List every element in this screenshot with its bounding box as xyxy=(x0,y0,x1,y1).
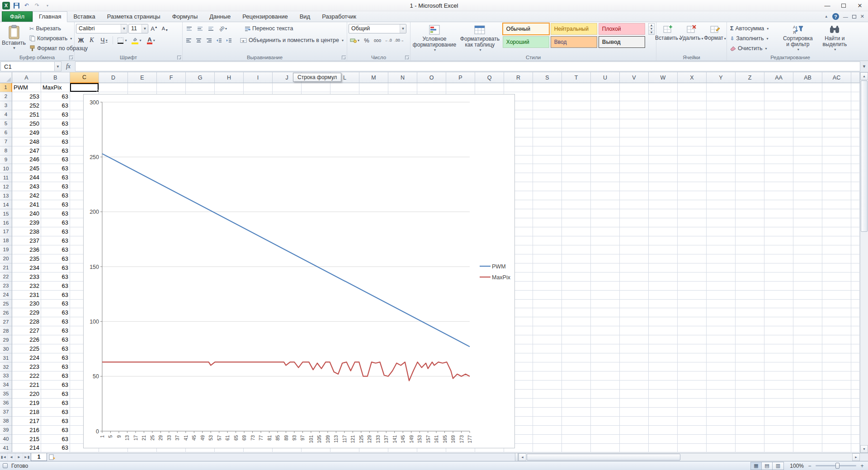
cell-Y15[interactable] xyxy=(707,209,736,218)
align-middle-icon[interactable] xyxy=(195,24,205,33)
cell-U10[interactable] xyxy=(591,164,620,173)
cell-U28[interactable] xyxy=(591,326,620,335)
column-header-AB[interactable]: AB xyxy=(793,72,822,83)
cell-T17[interactable] xyxy=(562,227,591,236)
cell-B15[interactable]: 63 xyxy=(41,209,70,218)
ribbon-tab-data[interactable]: Данные xyxy=(203,12,236,22)
cell-U37[interactable] xyxy=(591,408,620,417)
cell-T5[interactable] xyxy=(562,119,591,128)
cell-Y14[interactable] xyxy=(707,200,736,209)
column-header-Q[interactable]: Q xyxy=(475,72,504,83)
cell-V19[interactable] xyxy=(620,245,649,254)
cell-V22[interactable] xyxy=(620,273,649,282)
cell-A33[interactable]: 222 xyxy=(12,371,41,381)
cell-Y30[interactable] xyxy=(707,344,736,353)
horizontal-scrollbar[interactable]: ◄ ► xyxy=(518,453,860,461)
cell-F1[interactable] xyxy=(157,83,186,92)
cell-T16[interactable] xyxy=(562,218,591,227)
cell-AC32[interactable] xyxy=(822,362,851,371)
cell-X1[interactable] xyxy=(678,83,707,92)
row-header-34[interactable]: 34 xyxy=(0,381,12,390)
row-header-35[interactable]: 35 xyxy=(0,390,12,399)
cell-V2[interactable] xyxy=(620,92,649,101)
ribbon-tab-review[interactable]: Рецензирование xyxy=(236,12,293,22)
page-layout-view-button[interactable]: ▤ xyxy=(762,462,773,470)
cell-AA8[interactable] xyxy=(764,146,793,155)
normal-view-button[interactable]: ▦ xyxy=(751,462,762,470)
cell-U14[interactable] xyxy=(591,200,620,209)
cell-Y10[interactable] xyxy=(707,164,736,173)
cell-U35[interactable] xyxy=(591,390,620,399)
cell-W21[interactable] xyxy=(649,263,678,273)
cell-S12[interactable] xyxy=(533,182,562,191)
cell-AC9[interactable] xyxy=(822,155,851,164)
cell-V27[interactable] xyxy=(620,317,649,326)
cell-U25[interactable] xyxy=(591,300,620,309)
cell-AB2[interactable] xyxy=(793,92,822,101)
row-header-4[interactable]: 4 xyxy=(0,110,12,119)
workbook-close-icon[interactable]: ✕ xyxy=(860,14,864,19)
cell-AC3[interactable] xyxy=(822,101,851,110)
cell-AA31[interactable] xyxy=(764,353,793,362)
cell-T29[interactable] xyxy=(562,335,591,344)
cell-S39[interactable] xyxy=(533,426,562,435)
cell-W4[interactable] xyxy=(649,110,678,119)
cell-T7[interactable] xyxy=(562,137,591,146)
cell-AB16[interactable] xyxy=(793,218,822,227)
cell-V33[interactable] xyxy=(620,371,649,381)
cell-W13[interactable] xyxy=(649,191,678,200)
cell-AB39[interactable] xyxy=(793,426,822,435)
font-size-combo[interactable]: 11▼ xyxy=(128,24,148,33)
cell-U3[interactable] xyxy=(591,101,620,110)
cell-U6[interactable] xyxy=(591,128,620,137)
cell-Z21[interactable] xyxy=(736,263,764,273)
cell-T4[interactable] xyxy=(562,110,591,119)
cell-AA15[interactable] xyxy=(764,209,793,218)
cell-AC33[interactable] xyxy=(822,371,851,381)
cell-B26[interactable]: 63 xyxy=(41,308,70,317)
cell-S1[interactable] xyxy=(533,83,562,92)
column-header-T[interactable]: T xyxy=(562,72,591,83)
cell-AC41[interactable] xyxy=(822,444,851,453)
cell-T35[interactable] xyxy=(562,390,591,399)
cell-AB32[interactable] xyxy=(793,362,822,371)
cell-AA26[interactable] xyxy=(764,308,793,317)
cell-T11[interactable] xyxy=(562,173,591,182)
cell-A20[interactable]: 235 xyxy=(12,254,41,263)
cell-X38[interactable] xyxy=(678,417,707,426)
cell-W12[interactable] xyxy=(649,182,678,191)
cell-S5[interactable] xyxy=(533,119,562,128)
cell-AA19[interactable] xyxy=(764,245,793,254)
cell-W9[interactable] xyxy=(649,155,678,164)
row-header-39[interactable]: 39 xyxy=(0,426,12,435)
cell-AB14[interactable] xyxy=(793,200,822,209)
cell-Y6[interactable] xyxy=(707,128,736,137)
cell-W30[interactable] xyxy=(649,344,678,353)
close-button[interactable]: ✕ xyxy=(852,0,868,11)
cell-A25[interactable]: 230 xyxy=(12,300,41,309)
cell-AC14[interactable] xyxy=(822,200,851,209)
number-dialog-launcher[interactable] xyxy=(405,56,409,60)
cell-R1[interactable] xyxy=(504,83,533,92)
cell-AB28[interactable] xyxy=(793,326,822,335)
cell-Z6[interactable] xyxy=(736,128,764,137)
font-family-combo[interactable]: Calibri▼ xyxy=(76,24,127,33)
cell-Z11[interactable] xyxy=(736,173,764,182)
cell-AC15[interactable] xyxy=(822,209,851,218)
column-header-AA[interactable]: AA xyxy=(764,72,793,83)
cell-Z20[interactable] xyxy=(736,254,764,263)
cell-AC2[interactable] xyxy=(822,92,851,101)
cell-AC34[interactable] xyxy=(822,381,851,390)
cell-AA10[interactable] xyxy=(764,164,793,173)
cell-V15[interactable] xyxy=(620,209,649,218)
cell-Z24[interactable] xyxy=(736,291,764,300)
cell-W26[interactable] xyxy=(649,308,678,317)
cell-W11[interactable] xyxy=(649,173,678,182)
column-header-F[interactable]: F xyxy=(157,72,186,83)
cell-AB23[interactable] xyxy=(793,282,822,291)
cell-T8[interactable] xyxy=(562,146,591,155)
cell-Z3[interactable] xyxy=(736,101,764,110)
insert-worksheet-button[interactable] xyxy=(47,453,57,461)
cell-U41[interactable] xyxy=(591,444,620,453)
cell-U7[interactable] xyxy=(591,137,620,146)
